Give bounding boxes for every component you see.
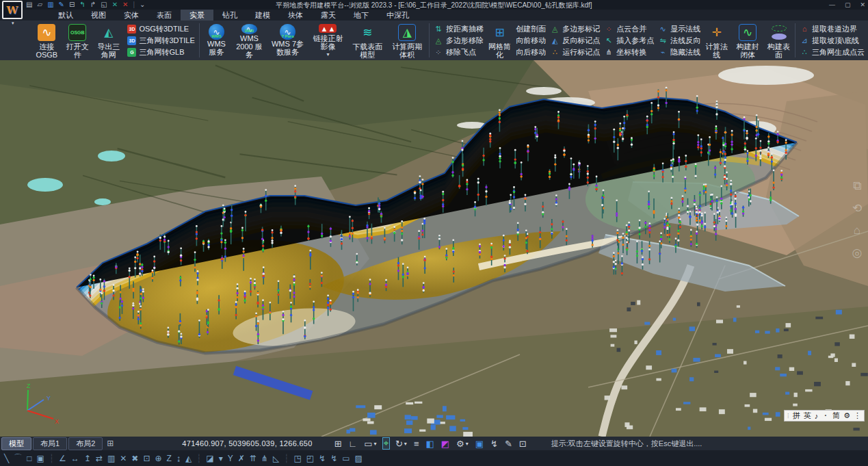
create-section-button[interactable]: 创建剖面 [514,23,548,34]
open-file-button[interactable]: OSGB 打开文件 [64,22,92,59]
move-backward-button[interactable]: 向后移动 [514,47,548,57]
build-closed-solid-button[interactable]: ∿ 构建封闭体 [731,22,765,59]
cube-view-icon[interactable]: ▣ [474,438,485,450]
draw-tool-icon-6[interactable]: ↔ [71,454,79,463]
insert-refpoint-button[interactable]: ↖插入参考点 [602,35,656,46]
scene-canvas[interactable]: ZYX [0,60,868,437]
draw-tool-icon-0[interactable]: ╲ [4,454,9,463]
run-mark-button[interactable]: ∴运行标记点 [548,47,602,57]
download-surface-button[interactable]: ≋ 下载表面模型 [347,22,387,59]
menu-tab-块体[interactable]: 块体 [279,10,312,21]
draw-tool-icon-11[interactable]: ✖ [131,454,138,463]
grid-simplify-button[interactable]: ⊞ 网格简化 [486,22,514,59]
reverse-mark-button[interactable]: ◭反向标记点 [548,35,602,46]
flip-normals-button[interactable]: ⇋法线反向 [656,35,702,46]
menu-tab-钻孔[interactable]: 钻孔 [213,10,246,21]
menu-tab-实景[interactable]: 实景 [181,10,213,21]
lineweight-icon[interactable]: ≡ [412,438,421,450]
connect-osgb-button[interactable]: ∿ 连接OSGB [30,22,64,59]
layout-tab-布局1[interactable]: 布局1 [33,437,67,450]
draw-tool-icon-13[interactable]: ⊕ [155,454,161,463]
osg-to-3dtile-button[interactable]: 3DOSG转3DTILE [125,23,196,34]
wms-7param-service-button[interactable]: ∿7 Para WMS 7参数服务 [267,22,308,59]
arc-mode-icon[interactable]: ↻▾ [394,438,408,450]
ime-item-4[interactable]: 简 [832,411,840,421]
draw-tool-icon-8[interactable]: ⇄ [96,454,103,463]
grid-snap-icon[interactable]: ⊞ [333,438,343,450]
draw-tool-icon-10[interactable]: ✕ [120,454,127,463]
menu-tab-地下[interactable]: 地下 [345,10,378,21]
orbit-view-icon[interactable]: ⟲ [848,201,866,216]
annotate-icon[interactable]: ✎ [503,438,514,450]
viewport-3d[interactable]: ZYX ⧉ ⟲ ⌂ ◎ ⁞拼英♪・简⚙⋮ [0,60,868,437]
compute-volume-button[interactable]: ◮ 计算两期体积 [387,22,427,59]
draw-tool-icon-7[interactable]: ↥ [84,454,91,463]
draw-tool-icon-2[interactable]: □ [27,454,31,463]
draw-tool-icon-31[interactable]: ▨ [355,454,363,463]
move-forward-button[interactable]: 向前移动 [514,35,548,46]
settings-gear-icon[interactable]: ⚙▾ [455,438,470,450]
extract-slope-lines-button[interactable]: ⊿提取坡顶\底线 [798,35,867,46]
draw-tool-icon-14[interactable]: Z [167,454,172,463]
wms-2000-service-button[interactable]: ∿2000 WMS 2000 服务 [232,22,267,59]
box-3d-icon[interactable]: ◧ [424,438,435,450]
app-logo[interactable]: W ▾ [2,1,23,19]
pointcloud-merge-button[interactable]: ⁘点云合并 [602,23,656,34]
export-mesh-button[interactable]: ◭ 导出三角网 [92,22,126,59]
ime-item-6[interactable]: ⋮ [854,411,861,420]
mesh-to-3dtile-button[interactable]: 3D三角网转3DTILE [125,35,196,46]
draw-tool-icon-3[interactable]: ▣ [36,454,44,463]
extract-tunnel-boundary-button[interactable]: ⌂提取巷道边界 [798,23,867,34]
close-button[interactable]: ✕ [860,0,865,10]
draw-tool-icon-5[interactable]: ∠ [59,454,66,463]
wms-service-button[interactable]: ∿WMS WMS 服务 [202,22,232,59]
draw-tool-icon-27[interactable]: ◰ [306,454,314,463]
link-orthophoto-button[interactable]: ▲▲ 链接正射影像 ▾ [308,22,348,59]
menu-tab-建模[interactable]: 建模 [246,10,279,21]
caret-down-icon[interactable]: ▾ [374,441,377,447]
ortho-icon[interactable]: ∟ [347,438,359,450]
ime-item-2[interactable]: ♪ [815,412,819,420]
draw-tool-icon-22[interactable]: ⇈ [250,454,257,463]
draw-tool-icon-30[interactable]: ▭ [342,454,350,463]
mesh-to-pointcloud-button[interactable]: ∴三角网生成点云 [798,47,867,57]
draw-tool-icon-15[interactable]: ↨ [176,454,181,463]
draw-tool-icon-21[interactable]: ✗ [238,454,245,463]
menu-tab-视图[interactable]: 视图 [82,10,115,21]
draw-tool-icon-16[interactable]: ◭ [185,454,192,463]
caret-down-icon[interactable]: ▾ [466,441,469,447]
draw-tool-icon-23[interactable]: ⋔ [261,454,268,463]
layout-tab-布局2[interactable]: 布局2 [68,437,103,450]
ime-item-1[interactable]: 英 [804,411,811,421]
menu-tab-默认[interactable]: 默认 [49,10,82,21]
mesh-to-glb-button[interactable]: G三角网转GLB [125,47,196,57]
compute-normals-button[interactable]: ✛ 计算法线 [702,22,731,59]
polygon-mark-button[interactable]: ◬多边形标记 [548,23,602,34]
layout-tab-模型[interactable]: 模型 [1,437,31,450]
add-layout-button[interactable]: ⊞ [107,439,114,448]
menu-tab-实体[interactable]: 实体 [115,10,148,21]
home-view-icon[interactable]: ⌂ [848,224,866,237]
zoom-extent-icon[interactable]: ◎ [848,246,866,260]
thin-by-distance-button[interactable]: ⇅按距离抽稀 [432,23,486,34]
ime-item-5[interactable]: ⚙ [843,411,850,420]
draw-tool-icon-26[interactable]: ◳ [293,454,301,463]
caret-down-icon[interactable]: ▾ [404,441,407,447]
rect-select-icon[interactable]: ▭▾ [363,438,378,450]
ime-item-3[interactable]: ・ [821,411,829,421]
draw-tool-icon-24[interactable]: ◺ [273,454,279,463]
view-nav-toolbar[interactable]: ⧉ ⟲ ⌂ ◎ [848,179,866,260]
fullscreen-icon[interactable]: ⊡ [518,438,528,450]
remove-fly-points-button[interactable]: ⁘移除飞点 [432,47,486,57]
ime-item-0[interactable]: 拼 [793,411,800,421]
draw-tool-icon-29[interactable]: ↯ [330,454,337,463]
draw-tool-icon-12[interactable]: ⊡ [143,454,150,463]
pan-view-icon[interactable]: ⧉ [848,179,866,193]
coord-transform-button[interactable]: ⋔坐标转换 [602,47,656,57]
crosshair-snap-icon[interactable]: ⌖ [382,437,390,450]
draw-tool-icon-28[interactable]: ↯ [319,454,326,463]
draw-tool-icon-19[interactable]: ▾ [219,454,223,463]
draw-tool-icon-20[interactable]: Y [228,454,233,463]
restore-button[interactable]: ▢ [845,0,851,10]
menu-tab-中深孔[interactable]: 中深孔 [378,10,418,21]
